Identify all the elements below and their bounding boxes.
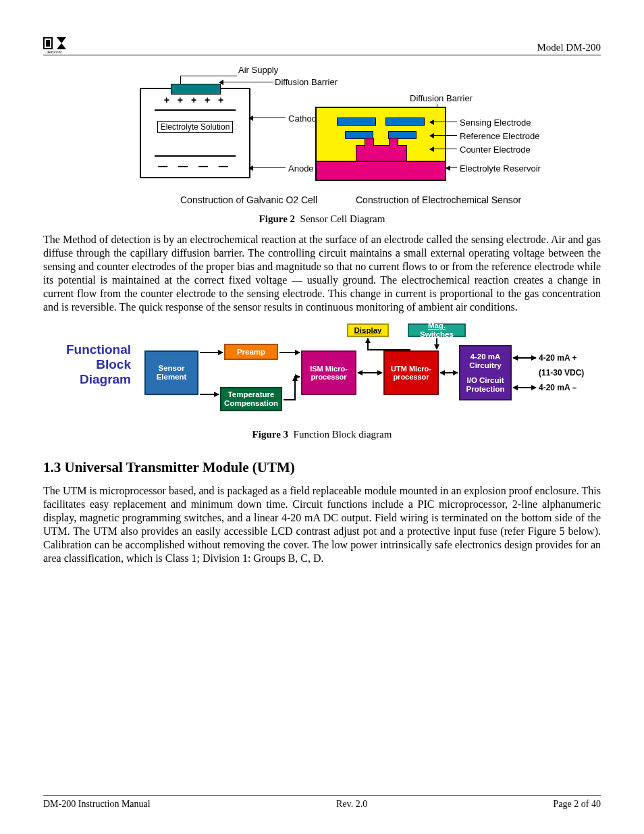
label-diffusion-right: Diffusion Barrier (410, 93, 473, 103)
io-label-1: 4-20 mA + (539, 353, 577, 363)
sensing-bar (385, 118, 425, 126)
label-reservoir: Electrolyte Reservoir (460, 163, 541, 174)
figure-2-caption: Figure 2 Sensor Cell Diagram (43, 213, 601, 225)
svg-rect-2 (46, 40, 50, 47)
block-preamp: Preamp (224, 344, 278, 360)
anode-dash-row: — — — — (141, 161, 249, 172)
section-1-3-title: 1.3 Universal Transmitter Module (UTM) (43, 459, 601, 476)
io-top-label: 4-20 mA Circuitry (464, 353, 506, 369)
page-footer: DM-200 Instruction Manual Rev. 2.0 Page … (43, 796, 601, 810)
arrow-diffusion-left (219, 82, 273, 82)
label-reference: Reference Electrode (460, 131, 540, 141)
footer-left: DM-200 Instruction Manual (43, 799, 151, 810)
label-diffusion-left: Diffusion Barrier (275, 77, 338, 87)
paragraph-detection-method: The Method of detection is by an electro… (43, 233, 601, 314)
cathode-plus-row: + + + + + (141, 95, 249, 105)
footer-right: Page 2 of 40 (554, 799, 601, 810)
block-sensor-element: Sensor Element (144, 350, 198, 395)
block-utm-microprocessor: UTM Micro-processor (383, 350, 439, 395)
block-display: Display (347, 323, 389, 337)
galvanic-cell: + + + + + Electrolyte Solution — — — — (140, 88, 250, 178)
diffusion-barrier-cap (171, 84, 221, 95)
reservoir-base (317, 161, 445, 180)
label-air-supply: Air Supply (238, 65, 278, 75)
io-label-3: 4-20 mA – (539, 383, 576, 392)
model-label: Model DM-200 (537, 42, 601, 53)
figure-3-caption: Figure 3 Function Block diagram (43, 429, 601, 440)
block-ism-microprocessor: ISM Micro-processor (301, 350, 356, 395)
io-bot-label: I/O Circuit Protection (464, 376, 506, 393)
block-mag-switches: Mag. Switches (408, 323, 466, 337)
footer-center: Rev. 2.0 (336, 799, 367, 810)
sub-electrochem: Construction of Electrochemical Sensor (356, 194, 521, 205)
electrochemical-cell (315, 107, 446, 181)
figure-2-diagram: Air Supply Diffusion Barrier + + + + + E… (113, 68, 531, 209)
label-counter: Counter Electrode (460, 145, 531, 155)
company-logo-icon: detcon inc. (43, 37, 66, 53)
sensing-bar (337, 118, 376, 126)
functional-block-title: Functional Block Diagram (43, 342, 131, 387)
paragraph-utm: The UTM is microprocessor based, and is … (43, 484, 601, 565)
block-temp-compensation: Temperature Compensation (220, 387, 282, 411)
label-anode: Anode (288, 163, 314, 174)
sub-galvanic: Construction of Galvanic O2 Cell (180, 194, 317, 205)
page-header: detcon inc. Model DM-200 (43, 37, 601, 55)
label-sensing: Sensing Electrode (460, 118, 531, 128)
block-io: 4-20 mA Circuitry I/O Circuit Protection (459, 345, 512, 400)
figure-3-diagram: Functional Block Diagram Sensor Element … (43, 323, 601, 425)
electrolyte-label: Electrolyte Solution (141, 123, 249, 131)
logo-caption: detcon inc. (43, 50, 66, 54)
io-label-2: (11-30 VDC) (539, 368, 584, 377)
